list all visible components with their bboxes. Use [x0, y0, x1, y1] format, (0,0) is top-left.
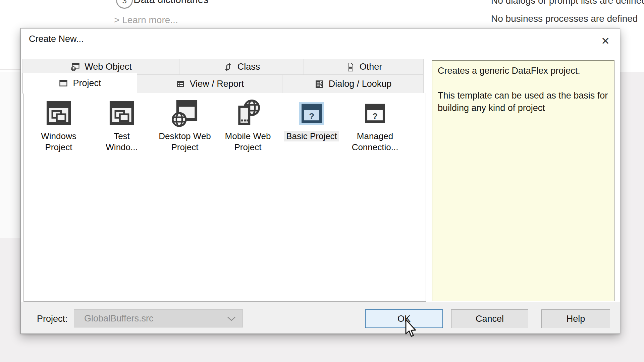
create-new-dialog: Create New... ✕ Web Object Class Other: [20, 28, 620, 334]
list-item-test-window[interactable]: TestWindo...: [91, 97, 153, 153]
mouse-cursor-icon: [404, 319, 418, 338]
selected-item-highlight: ?: [299, 102, 324, 125]
tab-web-object[interactable]: Web Object: [22, 59, 179, 75]
tab-label: Dialog / Lookup: [329, 79, 392, 89]
tab-other[interactable]: Other: [304, 59, 424, 75]
count-badge-value: 3: [122, 0, 127, 5]
document-icon: [345, 62, 355, 72]
phone-globe-icon: [235, 99, 261, 127]
tab-project[interactable]: Project: [22, 73, 137, 94]
template-description-panel: Creates a generic DataFlex project. This…: [432, 60, 614, 301]
svg-text:?: ?: [372, 111, 378, 121]
item-label-line1: Basic Project: [284, 131, 339, 141]
list-item-managed-connection[interactable]: ? ManagedConnectio...: [344, 97, 406, 153]
data-dictionaries-label: Data dictionaries: [133, 0, 208, 5]
tab-label: Project: [73, 78, 101, 88]
svg-text:?: ?: [309, 111, 314, 121]
question-window-icon: ?: [364, 103, 386, 123]
status-line-business-processes: No business processes are defined: [491, 13, 638, 24]
cascading-windows-icon: [109, 100, 135, 126]
tab-label: Web Object: [85, 62, 132, 72]
tab-label: Class: [237, 62, 260, 72]
form-spinner-icon: [314, 79, 324, 89]
dialog-title: Create New...: [29, 34, 84, 44]
description-line1: Creates a generic DataFlex project.: [438, 65, 609, 77]
web-window-globe-icon: [70, 62, 80, 72]
tab-view-report[interactable]: View / Report: [137, 75, 282, 93]
description-line2: This template can be used as the basis f…: [438, 89, 609, 114]
item-label-line1: Mobile Web: [217, 131, 279, 142]
item-label-line1: Desktop Web: [154, 131, 216, 142]
project-label: Project:: [37, 314, 68, 324]
backdrop-divider-line: [0, 69, 20, 70]
cascading-windows-icon: [46, 100, 71, 126]
close-icon: ✕: [601, 35, 610, 47]
close-button[interactable]: ✕: [595, 33, 616, 49]
window-icon: [58, 78, 68, 88]
help-button[interactable]: Help: [541, 309, 610, 328]
chevron-down-icon: [227, 316, 236, 321]
cancel-button[interactable]: Cancel: [451, 309, 528, 328]
tab-class[interactable]: Class: [179, 59, 304, 75]
item-label-line2: Connectio...: [344, 142, 406, 153]
tab-label: Other: [360, 62, 382, 72]
learn-more-link[interactable]: > Learn more...: [114, 15, 178, 25]
swap-arrows-icon: [223, 62, 233, 72]
tab-dialog-lookup[interactable]: Dialog / Lookup: [282, 75, 424, 93]
item-label-line1: Test: [91, 131, 153, 142]
question-window-icon: ?: [301, 103, 322, 123]
item-label-line2: Windo...: [91, 142, 153, 153]
item-label-line1: Managed: [344, 131, 406, 142]
list-item-basic-project[interactable]: ? Basic Project: [281, 97, 342, 142]
project-dropdown-value: GlobalBuffers.src: [84, 310, 154, 327]
item-label-line2: Project: [154, 142, 216, 153]
backdrop-left-panel: [0, 72, 20, 238]
project-dropdown[interactable]: GlobalBuffers.src: [74, 309, 243, 327]
item-label-line2: Project: [28, 142, 90, 153]
window-globe-icon: [172, 99, 198, 127]
item-label-line1: Windows: [28, 131, 90, 142]
list-item-mobile-web-project[interactable]: Mobile WebProject: [217, 97, 279, 153]
status-line-dialogs: No dialogs or prompt lists are defined: [491, 0, 644, 6]
item-label-line2: Project: [217, 142, 279, 153]
tab-label: View / Report: [190, 79, 244, 89]
template-list-panel: WindowsProject TestWindo...: [23, 93, 426, 302]
form-rows-icon: [175, 79, 185, 89]
list-item-windows-project[interactable]: WindowsProject: [28, 97, 90, 153]
list-item-desktop-web-project[interactable]: Desktop WebProject: [154, 97, 216, 153]
